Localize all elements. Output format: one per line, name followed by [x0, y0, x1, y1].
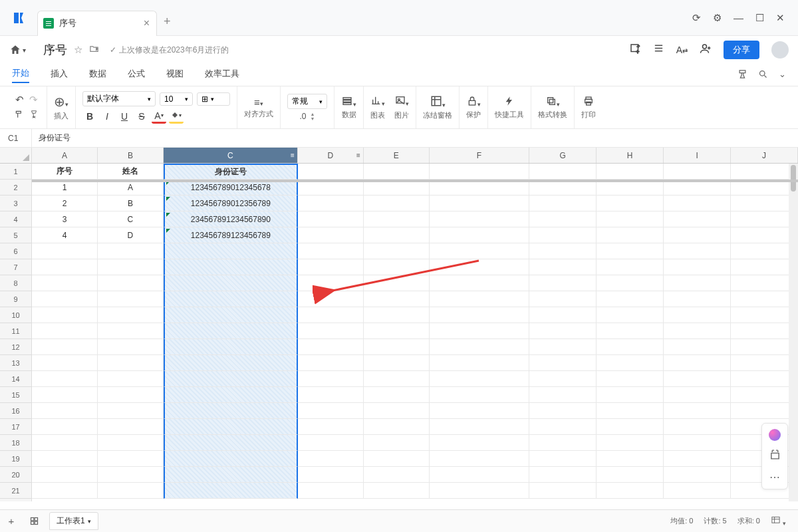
- row-header-13[interactable]: 13: [0, 355, 31, 371]
- cell[interactable]: [529, 307, 597, 323]
- cell[interactable]: [430, 291, 529, 307]
- cell[interactable]: [364, 387, 430, 403]
- col-header-A[interactable]: A: [32, 148, 98, 163]
- cell[interactable]: [32, 435, 98, 451]
- row-header-5[interactable]: 5: [0, 227, 31, 243]
- cell[interactable]: [298, 339, 364, 355]
- cell[interactable]: 123456789012356789: [164, 196, 298, 211]
- row-header-4[interactable]: 4: [0, 211, 31, 227]
- ai-assistant-icon[interactable]: [769, 429, 781, 441]
- bold-button[interactable]: B: [82, 109, 97, 124]
- undo-icon[interactable]: ↶: [15, 94, 24, 106]
- cell[interactable]: [664, 387, 731, 403]
- underline-button[interactable]: U: [117, 109, 132, 124]
- cell[interactable]: [529, 243, 597, 259]
- cell[interactable]: [364, 467, 430, 483]
- cell[interactable]: 2: [32, 196, 98, 211]
- row-header-14[interactable]: 14: [0, 371, 31, 387]
- row-header-20[interactable]: 20: [0, 467, 31, 483]
- cell[interactable]: [529, 259, 597, 275]
- row-header-10[interactable]: 10: [0, 307, 31, 323]
- cell[interactable]: [98, 387, 164, 403]
- cell[interactable]: [98, 483, 164, 499]
- cell[interactable]: [164, 387, 298, 403]
- move-folder-icon[interactable]: [89, 44, 99, 56]
- cell[interactable]: [731, 259, 798, 275]
- cell[interactable]: [98, 419, 164, 435]
- cell[interactable]: [164, 435, 298, 451]
- cell[interactable]: [664, 196, 731, 211]
- row-header-19[interactable]: 19: [0, 451, 31, 467]
- cell[interactable]: [32, 275, 98, 291]
- bolt-icon[interactable]: [504, 96, 515, 108]
- cell[interactable]: [164, 355, 298, 371]
- cell[interactable]: [364, 435, 430, 451]
- cell[interactable]: [98, 323, 164, 339]
- cell[interactable]: [664, 419, 731, 435]
- cell[interactable]: [430, 323, 529, 339]
- cell[interactable]: [98, 451, 164, 467]
- cell[interactable]: [731, 403, 798, 419]
- cell[interactable]: [364, 483, 430, 499]
- sync-icon[interactable]: ⟳: [692, 12, 701, 24]
- clear-format-icon[interactable]: [29, 110, 39, 121]
- search-icon[interactable]: [758, 69, 768, 81]
- cell[interactable]: [597, 371, 664, 387]
- cell[interactable]: [98, 243, 164, 259]
- cell[interactable]: C: [98, 211, 164, 227]
- cell[interactable]: [298, 164, 364, 180]
- cell[interactable]: [298, 451, 364, 467]
- cell[interactable]: [597, 211, 664, 227]
- cell[interactable]: [731, 339, 798, 355]
- cell[interactable]: [430, 259, 529, 275]
- italic-button[interactable]: I: [100, 109, 114, 124]
- cell[interactable]: [529, 483, 597, 499]
- cell[interactable]: [164, 483, 298, 499]
- cell[interactable]: [164, 275, 298, 291]
- row-header-18[interactable]: 18: [0, 435, 31, 451]
- cell[interactable]: 身份证号: [164, 164, 298, 180]
- cell[interactable]: [731, 291, 798, 307]
- cell[interactable]: [731, 371, 798, 387]
- col-header-J[interactable]: J: [731, 148, 798, 163]
- cell[interactable]: [529, 323, 597, 339]
- all-sheets-button[interactable]: [23, 516, 45, 526]
- cell[interactable]: [164, 291, 298, 307]
- cell[interactable]: [364, 227, 430, 243]
- cell[interactable]: [32, 243, 98, 259]
- cell[interactable]: [32, 371, 98, 387]
- col-header-H[interactable]: H: [597, 148, 664, 163]
- font-size-select[interactable]: 10▾: [160, 92, 193, 106]
- row-header-21[interactable]: 21: [0, 483, 31, 499]
- cell[interactable]: [430, 419, 529, 435]
- menu-view[interactable]: 视图: [166, 68, 184, 82]
- cell[interactable]: [529, 467, 597, 483]
- cell[interactable]: [529, 164, 597, 180]
- cell[interactable]: [597, 275, 664, 291]
- cell[interactable]: [597, 243, 664, 259]
- cell[interactable]: [430, 355, 529, 371]
- tab-close-icon[interactable]: ×: [144, 17, 150, 29]
- cell[interactable]: [298, 211, 364, 227]
- cell[interactable]: [664, 259, 731, 275]
- select-all-corner[interactable]: [0, 148, 32, 164]
- fill-color-button[interactable]: ▾: [169, 109, 184, 124]
- cell[interactable]: [664, 243, 731, 259]
- cell[interactable]: [164, 419, 298, 435]
- star-icon[interactable]: ☆: [74, 44, 82, 56]
- cell[interactable]: [164, 243, 298, 259]
- cell[interactable]: [731, 323, 798, 339]
- cell[interactable]: [298, 483, 364, 499]
- cell[interactable]: 3: [32, 211, 98, 227]
- cell[interactable]: [430, 483, 529, 499]
- cell[interactable]: [32, 403, 98, 419]
- lock-icon[interactable]: ▾: [467, 96, 481, 108]
- cell[interactable]: [298, 227, 364, 243]
- cell[interactable]: [98, 275, 164, 291]
- cell[interactable]: 序号: [32, 164, 98, 180]
- number-format-select[interactable]: 常规▾: [287, 94, 327, 109]
- cell[interactable]: [98, 467, 164, 483]
- print-icon[interactable]: [583, 96, 594, 108]
- cell[interactable]: [98, 435, 164, 451]
- redo-icon[interactable]: ↷: [29, 94, 38, 106]
